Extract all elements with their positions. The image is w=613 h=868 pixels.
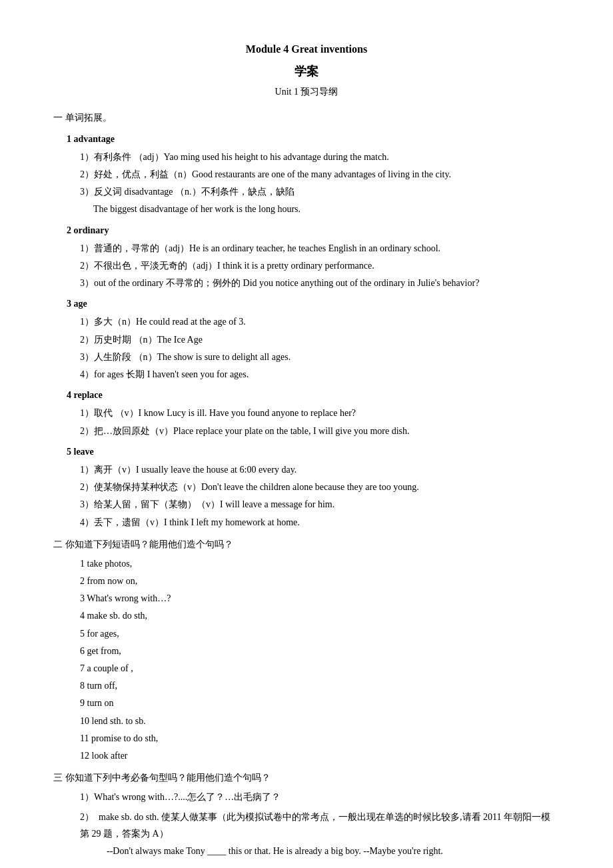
section-two-header: 二 你知道下列短语吗？能用他们造个句吗？ xyxy=(53,536,560,553)
word-advantage-label: 1 advantage xyxy=(67,131,560,147)
word-leave-label: 5 leave xyxy=(67,443,560,460)
phrase-5: 5 for ages, xyxy=(80,625,560,642)
ordinary-item-1: 1）普通的，寻常的（adj）He is an ordinary teacher,… xyxy=(80,240,560,257)
advantage-item-3: 3）反义词 disadvantage （n.）不利条件，缺点，缺陷 xyxy=(80,183,560,200)
ordinary-item-3: 3）out of the ordinary 不寻常的；例外的 Did you n… xyxy=(80,275,560,291)
phrase-9: 9 turn on xyxy=(80,695,560,711)
word-replace: 4 replace 1）取代 （v）I know Lucy is ill. Ha… xyxy=(53,387,560,439)
age-item-3: 3）人生阶段 （n）The show is sure to delight al… xyxy=(80,349,560,365)
section-three-header: 三 你知道下列中考必备句型吗？能用他们造个句吗？ xyxy=(53,769,560,786)
sentence-pattern-2-example: --Don't always make Tony ____ this or th… xyxy=(107,843,560,859)
age-item-2: 2）历史时期 （n）The Ice Age xyxy=(80,331,560,348)
section-three: 三 你知道下列中考必备句型吗？能用他们造个句吗？ 1）What's wrong … xyxy=(53,769,560,859)
word-leave: 5 leave 1）离开（v）I usually leave the house… xyxy=(53,443,560,531)
phrase-11: 11 promise to do sth, xyxy=(80,730,560,747)
replace-item-2: 2）把…放回原处（v）Place replace your plate on t… xyxy=(80,423,560,439)
word-ordinary: 2 ordinary 1）普通的，寻常的（adj）He is an ordina… xyxy=(53,222,560,292)
word-advantage: 1 advantage 1）有利条件 （adj）Yao ming used hi… xyxy=(53,131,560,218)
title-unit: Unit 1 预习导纲 xyxy=(53,83,560,100)
sentence-pattern-1: 1）What's wrong with…?....怎么了？…出毛病了？ xyxy=(80,789,560,805)
page-wrapper: Module 4 Great inventions 学案 Unit 1 预习导纲… xyxy=(53,40,560,859)
word-replace-label: 4 replace xyxy=(67,387,560,403)
word-age-label: 3 age xyxy=(67,295,560,312)
section-one-header: 一 单词拓展。 xyxy=(53,109,560,126)
leave-item-3: 3）给某人留，留下（某物）（v）I will leave a message f… xyxy=(80,496,560,513)
phrase-3: 3 What's wrong with…? xyxy=(80,590,560,607)
phrase-12: 12 look after xyxy=(80,747,560,764)
age-item-4: 4）for ages 长期 I haven't seen you for age… xyxy=(80,366,560,383)
phrase-7: 7 a couple of , xyxy=(80,660,560,677)
phrase-8: 8 turn off, xyxy=(80,677,560,694)
title-main: Module 4 Great inventions xyxy=(53,40,560,59)
phrase-4: 4 make sb. do sth, xyxy=(80,607,560,624)
leave-item-1: 1）离开（v）I usually leave the house at 6:00… xyxy=(80,461,560,478)
ordinary-item-2: 2）不很出色，平淡无奇的（adj）I think it is a pretty … xyxy=(80,257,560,274)
leave-item-2: 2）使某物保持某种状态（v）Don't leave the children a… xyxy=(80,479,560,495)
title-sub: 学案 xyxy=(53,61,560,82)
age-item-1: 1）多大（n）He could read at the age of 3. xyxy=(80,313,560,330)
word-age: 3 age 1）多大（n）He could read at the age of… xyxy=(53,295,560,383)
section-two: 二 你知道下列短语吗？能用他们造个句吗？ 1 take photos, 2 fr… xyxy=(53,536,560,764)
leave-item-4: 4）丢下，遗留（v）I think I left my homework at … xyxy=(80,514,560,531)
word-ordinary-label: 2 ordinary xyxy=(67,222,560,239)
phrase-2: 2 from now on, xyxy=(80,573,560,589)
replace-item-1: 1）取代 （v）I know Lucy is ill. Have you fou… xyxy=(80,405,560,421)
phrase-10: 10 lend sth. to sb. xyxy=(80,713,560,729)
advantage-item-3-sub: The biggest disadvantage of her work is … xyxy=(93,201,560,217)
sentence-pattern-2: 2） make sb. do sth. 使某人做某事（此为模拟试卷中的常考点，一… xyxy=(80,809,560,842)
advantage-item-1: 1）有利条件 （adj）Yao ming used his height to … xyxy=(80,149,560,165)
phrase-6: 6 get from, xyxy=(80,643,560,659)
advantage-item-2: 2）好处，优点，利益（n）Good restaurants are one of… xyxy=(80,166,560,183)
phrase-1: 1 take photos, xyxy=(80,555,560,572)
section-one: 一 单词拓展。 1 advantage 1）有利条件 （adj）Yao ming… xyxy=(53,109,560,530)
